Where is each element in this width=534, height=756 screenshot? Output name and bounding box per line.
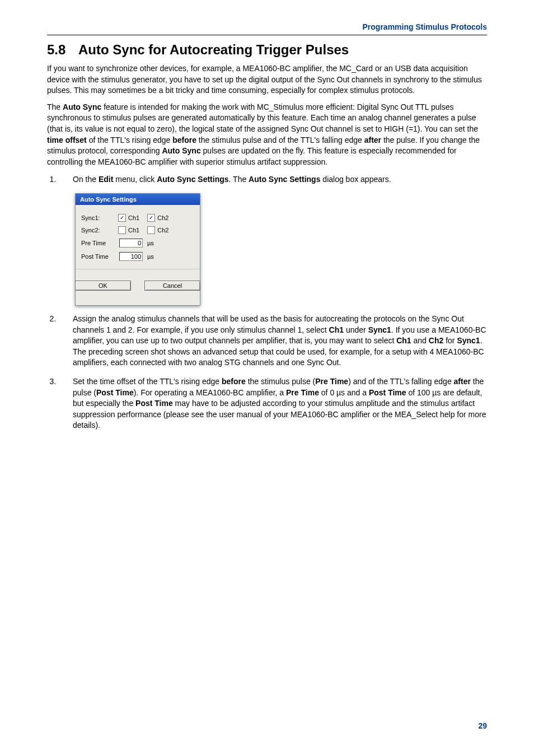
step-1: On the Edit menu, click Auto Sync Settin… bbox=[58, 174, 487, 185]
checkbox-icon bbox=[147, 226, 155, 234]
dialog-separator bbox=[76, 269, 200, 269]
post-time-input[interactable] bbox=[119, 252, 143, 261]
post-time-row: Post Time µs bbox=[81, 250, 194, 263]
checkbox-icon: ✓ bbox=[147, 214, 155, 222]
sync2-row: Sync2: Ch1 Ch2 bbox=[81, 224, 194, 236]
section-heading: 5.8 Auto Sync for Autocreating Trigger P… bbox=[47, 42, 487, 58]
sync1-ch2-label: Ch2 bbox=[157, 214, 168, 221]
checkbox-icon bbox=[118, 226, 126, 234]
pre-time-label: Pre Time bbox=[81, 240, 115, 246]
post-time-unit: µs bbox=[147, 253, 154, 260]
sync1-ch2-checkbox[interactable]: ✓ Ch2 bbox=[147, 214, 168, 222]
auto-sync-settings-dialog: Auto Sync Settings Sync1: ✓ Ch1 ✓ Ch2 Sy… bbox=[75, 193, 200, 306]
dialog-titlebar: Auto Sync Settings bbox=[76, 194, 200, 205]
step-3: Set the time offset of the TTL's rising … bbox=[58, 376, 487, 431]
sync1-ch1-checkbox[interactable]: ✓ Ch1 bbox=[118, 214, 139, 222]
sync2-ch2-checkbox[interactable]: Ch2 bbox=[147, 226, 168, 234]
sync1-ch1-label: Ch1 bbox=[128, 214, 139, 221]
pre-time-unit: µs bbox=[147, 240, 154, 246]
intro-paragraph-2: The Auto Sync feature is intended for ma… bbox=[47, 102, 487, 168]
step-2: Assign the analog stimulus channels that… bbox=[58, 314, 487, 368]
post-time-label: Post Time bbox=[81, 253, 115, 260]
checkbox-icon: ✓ bbox=[118, 214, 126, 222]
cancel-button[interactable]: Cancel bbox=[144, 281, 200, 291]
running-head: Programming Stimulus Protocols bbox=[47, 22, 487, 35]
sync1-row: Sync1: ✓ Ch1 ✓ Ch2 bbox=[81, 212, 194, 224]
sync2-ch1-label: Ch1 bbox=[128, 227, 139, 234]
page-number: 29 bbox=[478, 721, 487, 730]
ok-button[interactable]: OK bbox=[75, 281, 131, 291]
pre-time-row: Pre Time µs bbox=[81, 236, 194, 250]
sync2-label: Sync2: bbox=[81, 227, 110, 234]
sync1-label: Sync1: bbox=[81, 214, 110, 221]
section-title: Auto Sync for Autocreating Trigger Pulse… bbox=[78, 42, 349, 58]
sync2-ch2-label: Ch2 bbox=[157, 227, 168, 234]
sync2-ch1-checkbox[interactable]: Ch1 bbox=[118, 226, 139, 234]
pre-time-input[interactable] bbox=[119, 239, 143, 248]
intro-paragraph-1: If you want to synchronize other devices… bbox=[47, 63, 487, 96]
section-number: 5.8 bbox=[47, 42, 69, 58]
